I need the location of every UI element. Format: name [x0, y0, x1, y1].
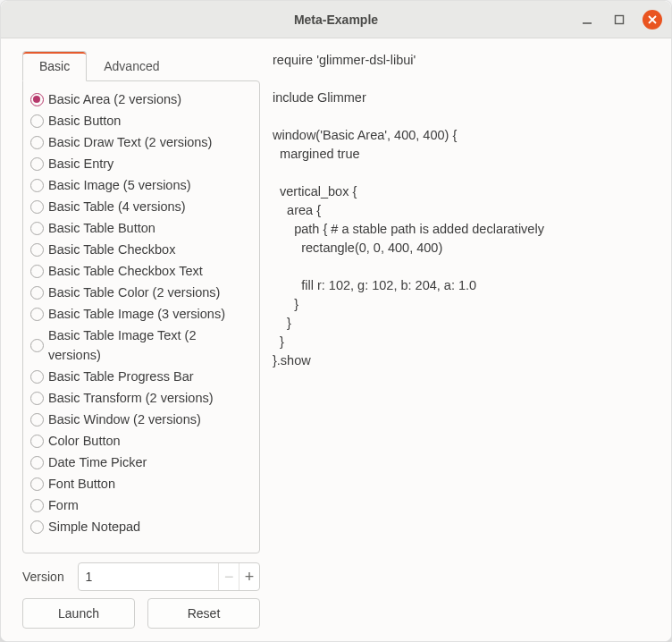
radio-icon: [30, 413, 44, 427]
tab-strip: Basic Advanced: [22, 51, 260, 81]
example-label: Basic Table Image Text (2 versions): [48, 325, 252, 365]
radio-icon: [30, 477, 44, 491]
close-icon[interactable]: [643, 10, 662, 30]
radio-icon: [30, 265, 44, 278]
radio-icon: [30, 179, 44, 192]
radio-icon: [30, 93, 44, 106]
titlebar: Meta-Example: [1, 1, 671, 38]
window-controls: [578, 1, 662, 38]
example-radio[interactable]: Basic Table Color (2 versions): [29, 282, 254, 303]
radio-icon: [30, 392, 44, 405]
left-pane: Basic Advanced Basic Area (2 versions)Ba…: [22, 51, 260, 629]
maximize-icon[interactable]: [610, 11, 628, 29]
example-label: Basic Table Color (2 versions): [48, 283, 220, 302]
example-radio[interactable]: Basic Table Image (3 versions): [29, 303, 254, 325]
radio-icon: [30, 243, 44, 257]
window-title: Meta-Example: [294, 13, 378, 27]
tab-basic-label: Basic: [39, 59, 70, 73]
example-radio[interactable]: Basic Table (4 versions): [29, 196, 254, 217]
version-decrement[interactable]: −: [218, 563, 239, 590]
example-radio[interactable]: Basic Image (5 versions): [29, 174, 254, 196]
svg-rect-1: [616, 15, 624, 23]
tab-advanced[interactable]: Advanced: [87, 51, 176, 81]
version-input[interactable]: [79, 563, 219, 590]
example-radio[interactable]: Basic Window (2 versions): [29, 409, 254, 430]
radio-icon: [30, 339, 44, 352]
example-label: Font Button: [48, 474, 115, 494]
example-radio[interactable]: Simple Notepad: [29, 516, 254, 537]
example-label: Date Time Picker: [48, 452, 147, 472]
example-radio[interactable]: Form: [29, 494, 254, 516]
example-radio[interactable]: Basic Table Checkbox: [29, 239, 254, 260]
tabs: Basic Advanced Basic Area (2 versions)Ba…: [22, 51, 260, 553]
example-label: Basic Table Progress Bar: [48, 367, 194, 386]
example-radio[interactable]: Basic Area (2 versions): [29, 89, 254, 110]
example-label: Form: [48, 495, 79, 515]
example-radio[interactable]: Basic Table Image Text (2 versions): [29, 325, 254, 366]
example-radio[interactable]: Basic Entry: [29, 153, 254, 174]
example-radio[interactable]: Basic Draw Text (2 versions): [29, 131, 254, 153]
example-label: Simple Notepad: [48, 517, 140, 536]
radio-icon: [30, 286, 44, 300]
radio-icon: [30, 499, 44, 512]
example-label: Basic Window (2 versions): [48, 410, 201, 429]
example-radio[interactable]: Basic Table Progress Bar: [29, 366, 254, 387]
example-label: Color Button: [48, 431, 121, 451]
example-radio[interactable]: Basic Transform (2 versions): [29, 387, 254, 409]
right-pane: require 'glimmer-dsl-libui' include Glim…: [273, 51, 659, 629]
examples-panel: Basic Area (2 versions)Basic ButtonBasic…: [22, 80, 260, 553]
example-radio[interactable]: Basic Table Checkbox Text: [29, 260, 254, 282]
example-label: Basic Draw Text (2 versions): [48, 132, 212, 152]
reset-button-label: Reset: [188, 606, 221, 621]
action-row: Launch Reset: [22, 598, 260, 629]
reset-button[interactable]: Reset: [147, 598, 260, 629]
example-label: Basic Table (4 versions): [48, 197, 186, 216]
example-label: Basic Table Button: [48, 218, 155, 238]
app-window: Meta-Example Basic Advanced: [0, 0, 672, 642]
code-viewer[interactable]: require 'glimmer-dsl-libui' include Glim…: [273, 51, 659, 629]
example-radio[interactable]: Color Button: [29, 430, 254, 452]
example-radio[interactable]: Basic Table Button: [29, 217, 254, 239]
radio-icon: [30, 308, 44, 321]
version-label: Version: [22, 570, 69, 584]
example-label: Basic Transform (2 versions): [48, 388, 214, 408]
example-label: Basic Table Checkbox Text: [48, 261, 203, 281]
example-radio[interactable]: Basic Button: [29, 110, 254, 131]
example-radio[interactable]: Font Button: [29, 473, 254, 494]
version-spinbox: − +: [78, 562, 260, 591]
client-area: Basic Advanced Basic Area (2 versions)Ba…: [1, 38, 671, 641]
radio-icon: [30, 157, 44, 171]
example-radio[interactable]: Date Time Picker: [29, 452, 254, 473]
example-label: Basic Entry: [48, 154, 113, 173]
version-row: Version − +: [22, 553, 260, 598]
radio-icon: [30, 435, 44, 448]
radio-icon: [30, 114, 44, 128]
radio-icon: [30, 456, 44, 469]
radio-icon: [30, 200, 44, 214]
version-increment[interactable]: +: [239, 563, 259, 590]
example-label: Basic Button: [48, 111, 121, 131]
radio-icon: [30, 370, 44, 384]
minimize-icon[interactable]: [578, 11, 596, 29]
radio-icon: [30, 520, 44, 534]
example-label: Basic Table Image (3 versions): [48, 304, 225, 324]
example-label: Basic Area (2 versions): [48, 89, 181, 109]
launch-button[interactable]: Launch: [22, 598, 135, 629]
tab-advanced-label: Advanced: [104, 59, 159, 73]
radio-icon: [30, 136, 44, 149]
radio-icon: [30, 222, 44, 235]
tab-basic[interactable]: Basic: [22, 51, 87, 81]
example-label: Basic Table Checkbox: [48, 240, 175, 259]
example-label: Basic Image (5 versions): [48, 175, 191, 195]
launch-button-label: Launch: [58, 606, 99, 621]
